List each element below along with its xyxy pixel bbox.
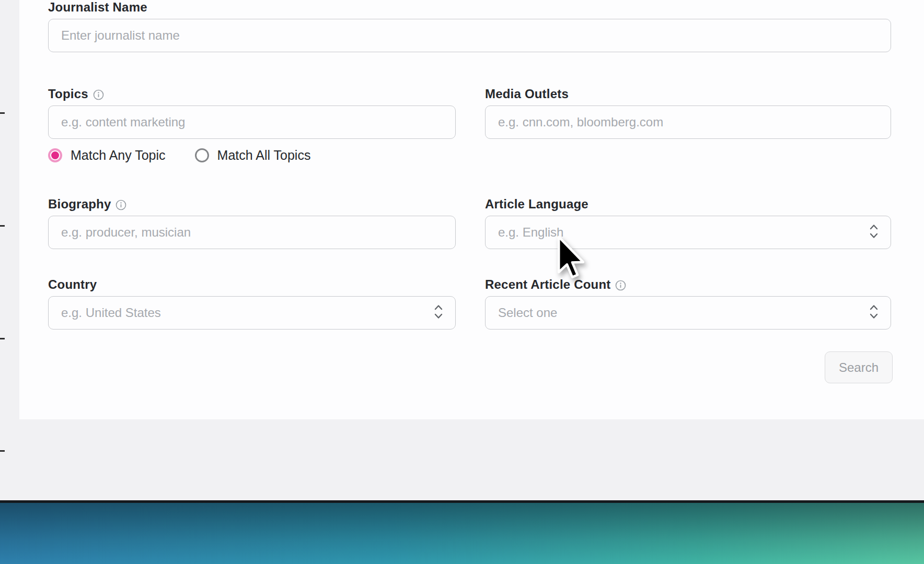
- country-field: Country e.g. United States: [48, 277, 456, 330]
- left-edge-tick: [0, 225, 5, 227]
- chevron-up-down-icon: [869, 224, 879, 241]
- biography-field: Biography: [48, 197, 456, 249]
- article-language-select[interactable]: e.g. English: [485, 216, 891, 249]
- journalist-name-label-text: Journalist Name: [48, 0, 147, 15]
- article-language-label-text: Article Language: [485, 197, 588, 212]
- country-label-text: Country: [48, 277, 97, 292]
- radio-selected-icon: [48, 148, 62, 162]
- search-button[interactable]: Search: [825, 351, 893, 383]
- radio-unselected-icon: [195, 148, 209, 162]
- page: Journalist Name Topics: [0, 0, 924, 564]
- topics-input[interactable]: [48, 105, 456, 139]
- media-outlets-input[interactable]: [485, 105, 891, 139]
- info-icon[interactable]: [615, 280, 626, 291]
- topics-label: Topics: [48, 87, 456, 101]
- left-edge-tick: [0, 338, 5, 339]
- info-icon[interactable]: [93, 89, 104, 100]
- match-any-topic-radio[interactable]: Match Any Topic: [48, 148, 166, 163]
- chevron-up-down-icon: [869, 304, 879, 322]
- media-outlets-label: Media Outlets: [485, 87, 891, 101]
- topics-field: Topics: [48, 87, 456, 139]
- journalist-search-form-card: Journalist Name Topics: [19, 0, 924, 419]
- recent-article-count-field: Recent Article Count Select one: [485, 277, 891, 330]
- article-language-field: Article Language e.g. English: [485, 197, 891, 249]
- biography-label-text: Biography: [48, 197, 111, 212]
- biography-input[interactable]: [48, 216, 456, 249]
- match-all-topics-radio[interactable]: Match All Topics: [195, 148, 311, 163]
- recent-article-count-label: Recent Article Count: [485, 277, 891, 292]
- media-outlets-label-text: Media Outlets: [485, 87, 569, 101]
- chevron-up-down-icon: [433, 304, 444, 322]
- info-icon[interactable]: [116, 199, 126, 210]
- topics-label-text: Topics: [48, 87, 88, 101]
- article-language-placeholder: e.g. English: [498, 225, 563, 240]
- journalist-name-input[interactable]: [48, 19, 891, 52]
- recent-article-count-select[interactable]: Select one: [485, 296, 891, 330]
- match-any-topic-label: Match Any Topic: [71, 148, 166, 163]
- recent-article-count-placeholder: Select one: [498, 306, 557, 320]
- media-outlets-field: Media Outlets: [485, 87, 891, 139]
- left-edge-tick: [0, 450, 5, 452]
- biography-label: Biography: [48, 197, 456, 212]
- country-select[interactable]: e.g. United States: [48, 296, 456, 330]
- article-language-label: Article Language: [485, 197, 891, 212]
- left-edge-tick: [0, 112, 5, 114]
- journalist-name-label: Journalist Name: [48, 0, 891, 15]
- country-placeholder: e.g. United States: [61, 306, 161, 320]
- desktop-wallpaper: [0, 503, 924, 564]
- country-label: Country: [48, 277, 456, 292]
- match-all-topics-label: Match All Topics: [217, 148, 311, 163]
- recent-article-count-label-text: Recent Article Count: [485, 277, 610, 292]
